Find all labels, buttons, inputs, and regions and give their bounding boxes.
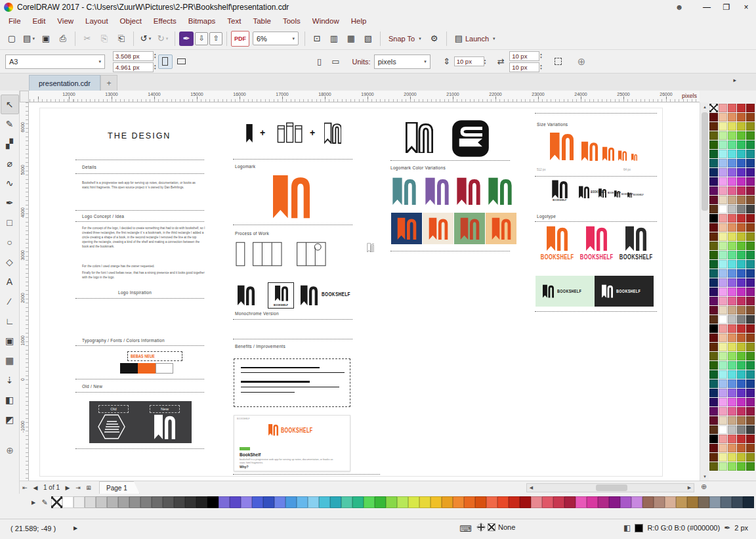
color-swatch[interactable]	[746, 113, 755, 121]
color-swatch[interactable]	[709, 223, 718, 232]
color-swatch[interactable]	[719, 140, 727, 149]
color-swatch[interactable]	[737, 297, 746, 305]
color-swatch[interactable]	[737, 242, 746, 250]
minimize-button[interactable]: —	[697, 1, 717, 14]
dup-y-spinner[interactable]: ▴▾	[540, 64, 542, 70]
color-swatch[interactable]	[85, 496, 96, 508]
redo-button[interactable]: ↻▾	[155, 31, 171, 47]
color-swatch[interactable]	[746, 288, 755, 296]
color-swatch[interactable]	[737, 361, 746, 370]
color-swatch[interactable]	[709, 159, 718, 167]
color-swatch[interactable]	[746, 242, 755, 250]
color-swatch[interactable]	[737, 150, 746, 158]
color-swatch[interactable]	[719, 269, 727, 278]
color-swatch[interactable]	[709, 435, 718, 443]
color-swatch[interactable]	[163, 496, 174, 508]
color-swatch[interactable]	[719, 389, 727, 397]
color-swatch[interactable]	[520, 496, 531, 508]
color-swatch[interactable]	[698, 496, 709, 508]
show-guidelines-button[interactable]: ▧	[360, 31, 376, 47]
color-swatch[interactable]	[430, 496, 442, 508]
full-screen-preview-button[interactable]: ⊡	[309, 31, 325, 47]
color-swatch[interactable]	[746, 315, 755, 324]
color-swatch[interactable]	[709, 177, 718, 186]
launch-button[interactable]: ▤Launch▾	[451, 31, 499, 47]
color-swatch[interactable]	[62, 496, 74, 508]
next-page-button[interactable]: ▶	[62, 483, 73, 493]
dimension-tool[interactable]: ∕	[1, 291, 19, 311]
color-swatch[interactable]	[642, 496, 654, 508]
color-swatch[interactable]	[453, 496, 464, 508]
color-swatch[interactable]	[676, 496, 687, 508]
color-swatch[interactable]	[709, 205, 718, 213]
color-swatch[interactable]	[728, 352, 736, 360]
color-swatch[interactable]	[728, 297, 736, 305]
chevron-down-icon[interactable]: ▾	[419, 36, 421, 41]
first-page-button[interactable]: ⇤	[20, 483, 30, 493]
color-swatch[interactable]	[728, 288, 736, 296]
color-swatch[interactable]	[746, 389, 755, 397]
color-swatch[interactable]	[746, 177, 755, 186]
cut-button[interactable]: ✂	[79, 31, 95, 47]
color-swatch[interactable]	[140, 496, 152, 508]
color-swatch[interactable]	[746, 205, 755, 213]
color-swatch[interactable]	[728, 370, 736, 379]
color-swatch[interactable]	[737, 177, 746, 186]
color-swatch[interactable]	[728, 435, 736, 443]
eyedropper-tool[interactable]: ⇣	[1, 370, 19, 390]
treat-as-filled-button[interactable]	[551, 54, 566, 69]
color-swatch[interactable]	[728, 315, 736, 324]
zoom-tool[interactable]: ⌀	[1, 154, 19, 173]
color-swatch[interactable]	[746, 104, 755, 112]
color-swatch[interactable]	[609, 496, 620, 508]
color-swatch[interactable]	[746, 131, 755, 140]
page-tab[interactable]: Page 1	[99, 481, 140, 494]
snap-to-button[interactable]: Snap To▾	[385, 31, 425, 47]
tab-scroll-right-icon[interactable]: ▸	[733, 77, 736, 83]
color-swatch[interactable]	[737, 324, 746, 333]
color-swatch[interactable]	[737, 122, 746, 131]
color-swatch[interactable]	[746, 407, 755, 416]
page-size-combo[interactable]: A3 ▾	[5, 54, 105, 69]
chevron-down-icon[interactable]: ▾	[424, 59, 427, 64]
color-swatch[interactable]	[709, 242, 718, 250]
color-swatch[interactable]	[719, 361, 727, 370]
color-swatch[interactable]	[746, 306, 755, 314]
color-swatch[interactable]	[297, 496, 308, 508]
color-swatch[interactable]	[728, 177, 736, 186]
color-swatch[interactable]	[719, 379, 727, 388]
color-swatch[interactable]	[728, 214, 736, 223]
print-button[interactable]: ⎙	[55, 31, 71, 47]
color-swatch[interactable]	[728, 223, 736, 232]
color-swatch[interactable]	[728, 232, 736, 241]
color-swatch[interactable]	[719, 343, 727, 351]
menu-window[interactable]: Window	[306, 16, 345, 26]
color-swatch[interactable]	[497, 496, 509, 508]
color-swatch[interactable]	[709, 196, 718, 204]
color-swatch[interactable]	[719, 288, 727, 296]
color-swatch[interactable]	[654, 496, 665, 508]
color-swatch[interactable]	[746, 278, 755, 287]
color-swatch[interactable]	[107, 496, 118, 508]
color-swatch[interactable]	[746, 352, 755, 360]
color-swatch[interactable]	[719, 214, 727, 223]
color-swatch[interactable]	[263, 496, 274, 508]
maximize-button[interactable]: ❐	[717, 1, 736, 14]
last-page-button[interactable]: ⇥	[73, 483, 83, 493]
horizontal-ruler[interactable]: pixels 120001300014000150001600017000180…	[29, 91, 700, 102]
color-swatch[interactable]	[709, 444, 718, 452]
color-swatch[interactable]	[737, 444, 746, 452]
color-swatch[interactable]	[74, 496, 85, 508]
color-swatch[interactable]	[737, 398, 746, 406]
color-swatch[interactable]	[542, 496, 553, 508]
height-spinner[interactable]: ▴▾	[154, 64, 156, 70]
transparency-tool[interactable]: ▦	[1, 351, 19, 370]
color-swatch[interactable]	[743, 496, 754, 508]
color-swatch[interactable]	[709, 453, 718, 462]
nudge-spinner[interactable]: ▴▾	[484, 58, 486, 65]
color-swatch[interactable]	[709, 186, 718, 195]
color-swatch[interactable]	[737, 186, 746, 195]
color-swatch[interactable]	[746, 425, 755, 434]
color-swatch[interactable]	[737, 260, 746, 269]
color-swatch[interactable]	[719, 159, 727, 167]
